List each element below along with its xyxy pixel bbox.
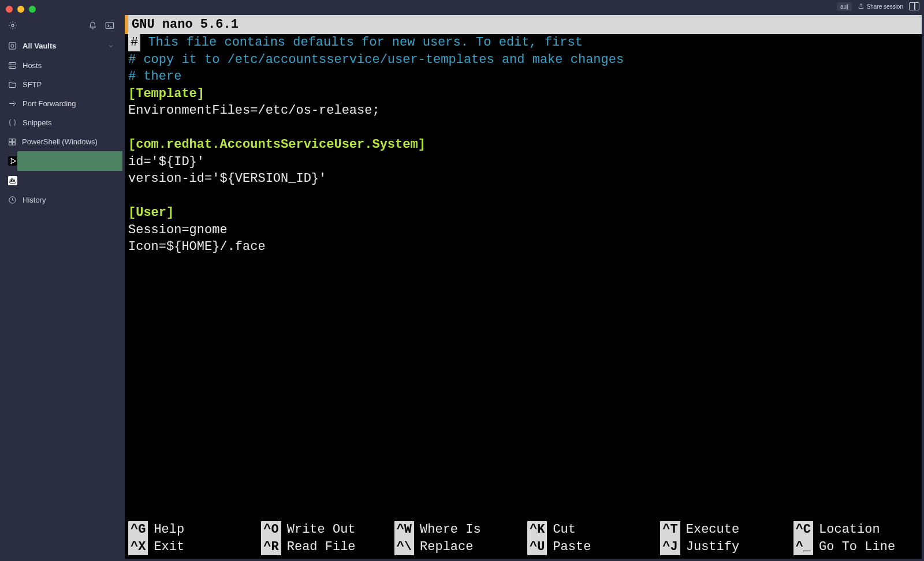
nano-shortcut: ^CLocation: [793, 521, 918, 538]
terminal-pane: au| Share session GNU nano 5.6.1 # This …: [122, 0, 924, 561]
share-session-label: Share session: [867, 3, 903, 10]
nano-shortcut: ^JJustify: [660, 538, 785, 555]
ubuntu-icon: [8, 156, 17, 166]
arrow-right-icon: [8, 99, 17, 108]
sidebar-item-ubuntu[interactable]: [0, 151, 122, 171]
sidebar-section-label: All Vaults: [23, 42, 57, 50]
sidebar-item-label: SFTP: [23, 80, 42, 89]
nano-shortcut-key: ^W: [394, 521, 414, 538]
svg-rect-18: [13, 180, 14, 181]
sidebar: All Vaults Hosts SFTP Port Forwarding: [0, 0, 122, 561]
sidebar-item-label: Hosts: [23, 61, 42, 70]
svg-point-7: [10, 67, 11, 68]
gear-icon[interactable]: [8, 21, 17, 30]
close-window-dot[interactable]: [6, 6, 13, 13]
nano-shortcut-key: ^X: [128, 538, 148, 555]
user-badge[interactable]: au|: [837, 2, 852, 11]
vault-icon: [8, 42, 17, 50]
sidebar-item-label: Port Forwarding: [23, 99, 76, 108]
sidebar-section-all-vaults[interactable]: All Vaults: [0, 36, 122, 56]
sidebar-item-snippets[interactable]: Snippets: [0, 113, 122, 132]
nano-line: [Template]: [128, 85, 918, 102]
svg-point-3: [11, 44, 14, 47]
hosts-icon: [8, 61, 17, 70]
sidebar-item-history[interactable]: History: [0, 190, 122, 210]
svg-point-12: [11, 159, 14, 163]
windows-icon: [8, 138, 16, 146]
sidebar-item-powershell[interactable]: PowerShell (Windows): [0, 132, 122, 151]
nano-line: [User]: [128, 204, 918, 221]
nano-line: version-id='${VERSION_ID}': [128, 170, 918, 187]
nano-shortcut-key: ^U: [527, 538, 547, 555]
nano-line: EnvironmentFiles=/etc/os-release;: [128, 102, 918, 119]
nano-shortcut-desc: Help: [154, 521, 184, 538]
nano-line: [128, 119, 918, 136]
terminal-inner[interactable]: GNU nano 5.6.1 # This file contains defa…: [125, 15, 922, 559]
maximize-window-dot[interactable]: [29, 6, 36, 13]
svg-rect-10: [9, 142, 12, 145]
nano-shortcut-desc: Replace: [420, 538, 473, 555]
nano-line: id='${ID}': [128, 154, 918, 170]
nano-shortcut-desc: Paste: [553, 538, 591, 555]
svg-rect-2: [9, 43, 16, 49]
nano-shortcut-desc: Go To Line: [819, 538, 895, 555]
nano-line: # copy it to /etc/accountsservice/user-t…: [128, 51, 918, 68]
sidebar-item-docker[interactable]: [0, 171, 122, 190]
nano-shortcut-desc: Write Out: [287, 521, 356, 538]
svg-point-15: [11, 163, 12, 164]
history-icon: [8, 196, 17, 204]
split-pane-icon[interactable]: [909, 2, 919, 10]
nano-line: Icon=${HOME}/.face: [128, 238, 918, 255]
sidebar-item-hosts[interactable]: Hosts: [0, 56, 122, 75]
bell-icon[interactable]: [88, 21, 97, 30]
chevron-down-icon: [107, 43, 114, 50]
svg-rect-17: [12, 180, 13, 181]
share-session-button[interactable]: Share session: [858, 3, 903, 10]
sidebar-item-label: History: [23, 196, 46, 204]
nano-shortcut-desc: Read File: [287, 538, 356, 555]
nano-shortcut-key: ^O: [261, 521, 281, 538]
nano-shortcut-key: ^\: [394, 538, 414, 555]
nano-body[interactable]: # This file contains defaults for new us…: [125, 34, 922, 520]
nano-shortcut-key: ^T: [660, 521, 680, 538]
nano-line: [128, 188, 918, 204]
terminal-icon[interactable]: [105, 21, 114, 29]
sidebar-item-port-forwarding[interactable]: Port Forwarding: [0, 94, 122, 113]
nano-title-bar: GNU nano 5.6.1: [125, 15, 922, 34]
app-root: All Vaults Hosts SFTP Port Forwarding: [0, 0, 924, 561]
nano-shortcut: ^OWrite Out: [261, 521, 386, 538]
svg-point-13: [14, 160, 16, 162]
nano-shortcut-key: ^K: [527, 521, 547, 538]
nano-shortcut-desc: Exit: [154, 538, 184, 555]
svg-rect-19: [12, 178, 13, 179]
nano-shortcut: ^WWhere Is: [394, 521, 519, 538]
sidebar-top-row: [0, 17, 122, 36]
sidebar-item-highlighted-redacted[interactable]: [17, 151, 126, 171]
minimize-window-dot[interactable]: [17, 6, 24, 13]
window-traffic-lights[interactable]: [6, 6, 36, 13]
nano-shortcut-key: ^J: [660, 538, 680, 555]
nano-shortcut-desc: Execute: [686, 521, 739, 538]
sidebar-item-sftp[interactable]: SFTP: [0, 75, 122, 94]
folder-icon: [8, 80, 17, 89]
nano-line: [com.redhat.AccountsServiceUser.System]: [128, 136, 918, 153]
nano-shortcut-key: ^G: [128, 521, 148, 538]
topbar: au| Share session: [832, 0, 924, 13]
svg-rect-16: [10, 180, 11, 181]
sidebar-item-label: Snippets: [23, 118, 52, 127]
nano-shortcut-desc: Where Is: [420, 521, 481, 538]
nano-cursor-hash: #: [128, 34, 140, 51]
nano-footer: ^GHelp^OWrite Out^WWhere Is^KCut^TExecut…: [125, 520, 922, 559]
nano-line: # This file contains defaults for new us…: [128, 34, 918, 51]
nano-shortcut-desc: Justify: [686, 538, 739, 555]
nano-line: Session=gnome: [128, 222, 918, 238]
svg-point-0: [12, 24, 14, 27]
svg-point-6: [10, 63, 11, 64]
svg-rect-9: [13, 139, 16, 141]
svg-rect-11: [13, 142, 16, 145]
nano-shortcut: ^KCut: [527, 521, 652, 538]
braces-icon: [8, 118, 17, 127]
nano-shortcut-key: ^C: [793, 521, 813, 538]
nano-shortcut: ^UPaste: [527, 538, 652, 555]
nano-line: # there: [128, 68, 918, 85]
